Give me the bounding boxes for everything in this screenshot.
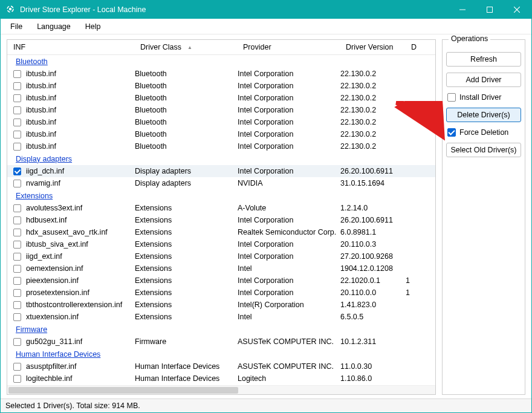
cell-version: 26.20.100.6911	[340, 167, 406, 175]
cell-version: 20.110.0.0	[340, 288, 406, 297]
cell-provider: Intel Corporation	[238, 252, 340, 261]
cell-driver-class: Bluetooth	[135, 142, 238, 151]
cell-version: 6.0.8981.1	[340, 228, 406, 236]
group-header[interactable]: Bluetooth	[7, 55, 435, 68]
table-row[interactable]: logitechble.infHuman Interface DevicesLo…	[7, 372, 435, 385]
table-row[interactable]: xtuextension.infExtensionsIntel6.5.0.5	[7, 311, 435, 323]
cell-driver-class: Display adapters	[135, 167, 238, 175]
group-header[interactable]: Display adapters	[7, 152, 435, 165]
table-row[interactable]: ibtusb.infBluetoothIntel Corporation22.1…	[7, 128, 435, 140]
minimize-button[interactable]	[449, 1, 476, 19]
table-row[interactable]: iigd_ext.infExtensionsIntel Corporation2…	[7, 250, 435, 262]
cell-driver-class: Extensions	[135, 301, 238, 309]
table-row[interactable]: ibtusb.infBluetoothIntel Corporation22.1…	[7, 68, 435, 80]
force-deletion-checkbox[interactable]: Force Deletion	[447, 128, 521, 137]
row-checkbox[interactable]	[13, 82, 21, 90]
menu-file[interactable]: File	[3, 20, 30, 33]
row-checkbox[interactable]	[13, 167, 21, 175]
row-checkbox[interactable]	[13, 131, 21, 138]
row-checkbox[interactable]	[13, 119, 21, 126]
cell-inf: ibtusb.inf	[26, 142, 135, 151]
table-row[interactable]: ibtusb_siva_ext.infExtensionsIntel Corpo…	[7, 238, 435, 250]
table-row[interactable]: ibtusb.infBluetoothIntel Corporation22.1…	[7, 80, 435, 92]
table-row[interactable]: ibtusb.infBluetoothIntel Corporation22.1…	[7, 104, 435, 116]
menu-language[interactable]: Language	[30, 20, 78, 33]
cell-inf: tbthostcontrollerextension.inf	[26, 301, 135, 309]
row-checkbox[interactable]	[13, 289, 21, 297]
table-row[interactable]: tbthostcontrollerextension.infExtensions…	[7, 299, 435, 311]
maximize-button[interactable]	[476, 1, 503, 19]
select-old-drivers-button[interactable]: Select Old Driver(s)	[446, 143, 521, 157]
cell-provider: Intel Corporation	[238, 106, 340, 114]
add-driver-button[interactable]: Add Driver	[446, 73, 521, 87]
cell-extra: 1	[406, 276, 435, 285]
cell-driver-class: Bluetooth	[135, 94, 238, 102]
cell-provider: NVIDIA	[238, 179, 340, 187]
cell-driver-class: Human Interface Devices	[135, 374, 238, 383]
row-checkbox[interactable]	[13, 338, 21, 346]
delete-drivers-button[interactable]: Delete Driver(s)	[446, 108, 521, 122]
table-row[interactable]: asusptpfilter.infHuman Interface Devices…	[7, 360, 435, 372]
row-checkbox[interactable]	[13, 229, 21, 236]
cell-provider: Intel	[238, 313, 340, 321]
column-provider[interactable]: Provider	[237, 41, 340, 54]
group-header[interactable]: Extensions	[7, 189, 435, 202]
row-checkbox[interactable]	[13, 375, 21, 383]
row-checkbox[interactable]	[13, 180, 21, 187]
cell-inf: asusptpfilter.inf	[26, 362, 135, 371]
row-checkbox[interactable]	[13, 363, 21, 371]
table-row[interactable]: avolutess3ext.infExtensionsA-Volute1.2.1…	[7, 202, 435, 214]
group-header[interactable]: Human Interface Devices	[7, 348, 435, 360]
table-row[interactable]: ibtusb.infBluetoothIntel Corporation22.1…	[7, 116, 435, 128]
cell-extra: 1	[406, 288, 435, 297]
row-checkbox[interactable]	[13, 216, 21, 224]
cell-driver-class: Bluetooth	[135, 118, 238, 126]
table-row[interactable]: pieextension.infExtensionsIntel Corporat…	[7, 275, 435, 287]
table-row[interactable]: ibtusb.infBluetoothIntel Corporation22.1…	[7, 140, 435, 152]
table-row[interactable]: prosetextension.infExtensionsIntel Corpo…	[7, 287, 435, 299]
cell-inf: nvamig.inf	[26, 179, 135, 187]
row-checkbox[interactable]	[13, 70, 21, 78]
row-checkbox[interactable]	[13, 204, 21, 212]
cell-provider: ASUSTeK COMPUTER INC.	[238, 362, 340, 371]
row-checkbox[interactable]	[13, 265, 21, 273]
column-driver-version[interactable]: Driver Version	[340, 41, 405, 54]
driver-list-body[interactable]: Bluetoothibtusb.infBluetoothIntel Corpor…	[7, 55, 435, 385]
cell-driver-class: Extensions	[135, 313, 238, 321]
column-driver-class[interactable]: Driver Class ▲	[134, 41, 237, 54]
scrollbar-thumb[interactable]	[8, 387, 238, 394]
cell-provider: Intel Corporation	[238, 216, 340, 224]
row-checkbox[interactable]	[13, 106, 21, 114]
install-driver-checkbox[interactable]: Install Driver	[447, 93, 521, 102]
row-checkbox[interactable]	[13, 301, 21, 309]
cell-driver-class: Extensions	[135, 252, 238, 261]
cell-provider: Intel Corporation	[238, 118, 340, 126]
cell-driver-class: Extensions	[135, 264, 238, 273]
row-checkbox[interactable]	[13, 241, 21, 249]
cell-inf: pieextension.inf	[26, 276, 135, 285]
row-checkbox[interactable]	[13, 94, 21, 102]
refresh-button[interactable]: Refresh	[446, 52, 521, 67]
close-button[interactable]	[503, 1, 530, 19]
cell-driver-class: Bluetooth	[135, 106, 238, 114]
row-checkbox[interactable]	[13, 253, 21, 261]
horizontal-scrollbar[interactable]	[7, 385, 435, 394]
cell-inf: ibtusb.inf	[26, 106, 135, 114]
table-row[interactable]: hdx_asusext_avo_rtk.infExtensionsRealtek…	[7, 226, 435, 238]
table-row[interactable]: nvamig.infDisplay adaptersNVIDIA31.0.15.…	[7, 177, 435, 189]
table-row[interactable]: ibtusb.infBluetoothIntel Corporation22.1…	[7, 92, 435, 104]
column-inf[interactable]: INF	[7, 41, 134, 54]
column-driver-date-truncated[interactable]: D	[405, 41, 435, 54]
table-row[interactable]: oemextension.infExtensionsIntel1904.12.0…	[7, 262, 435, 275]
table-row[interactable]: hdbusext.infExtensionsIntel Corporation2…	[7, 214, 435, 226]
row-checkbox[interactable]	[13, 313, 21, 321]
menu-help[interactable]: Help	[78, 20, 108, 33]
cell-inf: ibtusb.inf	[26, 130, 135, 138]
group-header[interactable]: Firmware	[7, 323, 435, 336]
cell-inf: logitechble.inf	[26, 374, 135, 383]
table-row[interactable]: gu502gu_311.infFirmwareASUSTeK COMPUTER …	[7, 336, 435, 348]
table-row[interactable]: iigd_dch.infDisplay adaptersIntel Corpor…	[7, 165, 435, 177]
row-checkbox[interactable]	[13, 277, 21, 285]
row-checkbox[interactable]	[13, 143, 21, 151]
content-area: INF Driver Class ▲ Provider Driver Versi…	[1, 34, 531, 398]
